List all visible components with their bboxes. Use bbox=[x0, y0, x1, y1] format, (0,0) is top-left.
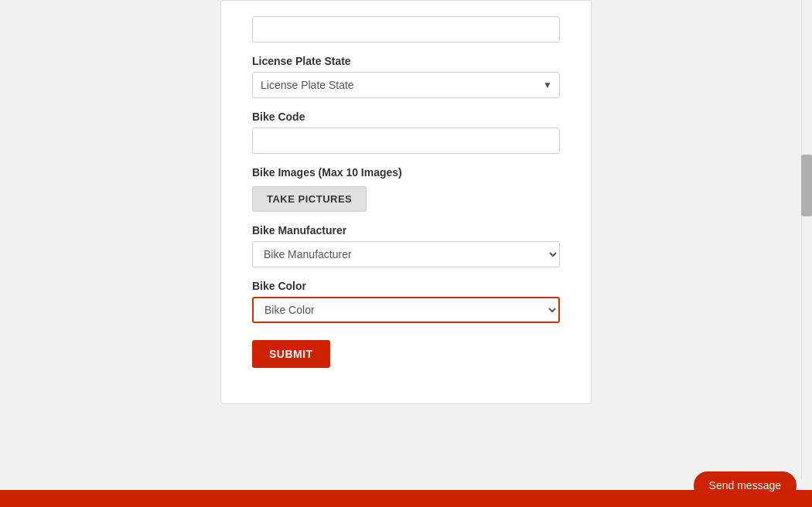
license-plate-state-select[interactable]: License Plate State Alabama Alaska Arizo… bbox=[252, 72, 560, 98]
page-wrapper: License Plate State License Plate State … bbox=[0, 0, 812, 507]
bike-color-select[interactable]: Bike Color Black White Red Blue Green Ye… bbox=[252, 297, 560, 323]
take-pictures-button[interactable]: TAKE PICTURES bbox=[252, 186, 367, 212]
bike-manufacturer-select[interactable]: Bike Manufacturer Trek Specialized Giant… bbox=[252, 241, 560, 267]
license-plate-state-label: License Plate State bbox=[252, 55, 560, 67]
submit-group: SUBMIT bbox=[252, 335, 560, 368]
bike-code-group: Bike Code bbox=[252, 111, 560, 154]
submit-button[interactable]: SUBMIT bbox=[252, 340, 330, 368]
license-plate-state-select-wrapper: License Plate State Alabama Alaska Arizo… bbox=[252, 72, 560, 98]
form-card: License Plate State License Plate State … bbox=[220, 0, 592, 404]
bottom-bar bbox=[0, 490, 812, 507]
bike-code-label: Bike Code bbox=[252, 111, 560, 123]
bike-color-group: Bike Color Bike Color Black White Red Bl… bbox=[252, 280, 560, 323]
bike-images-group: Bike Images (Max 10 Images) TAKE PICTURE… bbox=[252, 166, 560, 212]
top-input-group bbox=[252, 16, 560, 43]
bike-images-label: Bike Images (Max 10 Images) bbox=[252, 166, 560, 179]
bike-manufacturer-group: Bike Manufacturer Bike Manufacturer Trek… bbox=[252, 224, 560, 267]
send-message-button[interactable]: Send message bbox=[694, 471, 797, 499]
bike-manufacturer-label: Bike Manufacturer bbox=[252, 224, 560, 236]
bike-color-label: Bike Color bbox=[252, 280, 560, 292]
bike-code-input[interactable] bbox=[252, 128, 560, 154]
scrollbar-thumb[interactable] bbox=[801, 155, 812, 216]
license-plate-state-group: License Plate State License Plate State … bbox=[252, 55, 560, 98]
top-input[interactable] bbox=[252, 16, 560, 43]
scrollbar-track bbox=[801, 0, 812, 479]
